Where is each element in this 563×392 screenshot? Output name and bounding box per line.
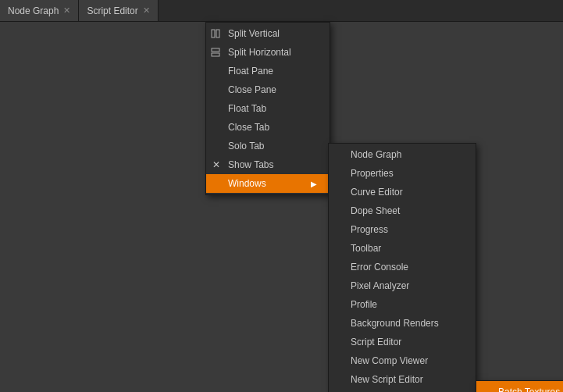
menu-item-node-graph[interactable]: Node Graph: [329, 145, 476, 164]
node-graph-tab-label: Node Graph: [8, 5, 59, 16]
error-console-label: Error Console: [351, 262, 408, 273]
menu-item-float-pane[interactable]: Float Pane: [206, 62, 330, 80]
windows-arrow-icon: ▶: [301, 180, 317, 188]
menu-item-background-renders[interactable]: Background Renders: [329, 314, 476, 333]
tab-node-graph[interactable]: Node Graph ✕: [0, 0, 79, 21]
float-pane-label: Float Pane: [228, 66, 273, 77]
menu-item-error-console[interactable]: Error Console: [329, 258, 476, 276]
tab-node-graph-close[interactable]: ✕: [63, 5, 70, 16]
solo-tab-label: Solo Tab: [228, 141, 264, 151]
script-editor-tab-label: Script Editor: [87, 5, 137, 16]
split-horizontal-icon: [211, 48, 220, 57]
menu-item-float-tab[interactable]: Float Tab: [206, 99, 330, 118]
menu-item-profile[interactable]: Profile: [329, 295, 476, 314]
menu-item-toolbar[interactable]: Toolbar: [329, 239, 476, 258]
new-script-editor-label: New Script Editor: [351, 374, 423, 385]
menu-item-split-horizontal[interactable]: Split Horizontal: [206, 43, 330, 62]
menu-item-close-pane[interactable]: Close Pane: [206, 80, 330, 99]
properties-label: Properties: [351, 168, 394, 179]
svg-rect-3: [212, 53, 219, 56]
menu-item-new-script-editor[interactable]: New Script Editor: [329, 370, 476, 389]
tab-bar: Node Graph ✕ Script Editor ✕: [0, 0, 563, 22]
menu-item-windows[interactable]: Windows ▶: [206, 174, 330, 193]
menu-item-pixel-analyzer[interactable]: Pixel Analyzer: [329, 276, 476, 295]
new-comp-viewer-label: New Comp Viewer: [351, 355, 428, 366]
tab-script-editor-close[interactable]: ✕: [143, 5, 150, 16]
tab-script-editor[interactable]: Script Editor ✕: [79, 0, 158, 21]
menu-item-solo-tab[interactable]: Solo Tab: [206, 137, 330, 155]
pixel-analyzer-label: Pixel Analyzer: [351, 280, 409, 291]
menu-item-script-editor-win[interactable]: Script Editor: [329, 333, 476, 351]
show-tabs-check-icon: ✕: [212, 159, 220, 170]
node-graph-label: Node Graph: [351, 149, 401, 160]
progress-label: Progress: [351, 224, 388, 235]
menu-item-new-scope[interactable]: New Scope ▶: [329, 389, 476, 392]
menu-item-dope-sheet[interactable]: Dope Sheet: [329, 201, 476, 220]
menu-item-progress[interactable]: Progress: [329, 220, 476, 239]
close-pane-label: Close Pane: [228, 84, 276, 95]
dope-sheet-label: Dope Sheet: [351, 205, 400, 216]
main-content: Split Vertical Split Horizontal Float Pa…: [0, 22, 563, 392]
toolbar-label: Toolbar: [351, 243, 381, 254]
split-vertical-icon: [211, 29, 220, 38]
svg-rect-0: [212, 30, 215, 37]
show-tabs-label: Show Tabs: [228, 159, 273, 170]
svg-rect-1: [216, 30, 219, 37]
split-horizontal-label: Split Horizontal: [228, 47, 291, 58]
menu-item-properties[interactable]: Properties: [329, 164, 476, 183]
menu-item-split-vertical[interactable]: Split Vertical: [206, 24, 330, 43]
context-menu-l3: Batch Textures Convert: [476, 380, 563, 392]
menu-item-show-tabs[interactable]: ✕ Show Tabs: [206, 155, 330, 174]
script-editor-win-label: Script Editor: [351, 337, 401, 347]
profile-label: Profile: [351, 299, 377, 310]
menu-item-close-tab[interactable]: Close Tab: [206, 118, 330, 137]
menu-item-new-comp-viewer[interactable]: New Comp Viewer: [329, 351, 476, 370]
background-renders-label: Background Renders: [351, 318, 439, 329]
context-menu-l2: Node Graph Properties Curve Editor Dope …: [328, 143, 476, 392]
svg-rect-2: [212, 48, 219, 52]
context-menu-l1: Split Vertical Split Horizontal Float Pa…: [205, 22, 330, 195]
close-tab-label: Close Tab: [228, 122, 269, 133]
split-vertical-label: Split Vertical: [228, 28, 280, 39]
batch-textures-convert-label: Batch Textures Convert: [498, 387, 563, 392]
windows-label: Windows: [228, 178, 266, 189]
curve-editor-label: Curve Editor: [351, 187, 403, 198]
menu-item-batch-textures-convert[interactable]: Batch Textures Convert: [476, 383, 563, 392]
float-tab-label: Float Tab: [228, 103, 266, 114]
menu-item-curve-editor[interactable]: Curve Editor: [329, 183, 476, 201]
